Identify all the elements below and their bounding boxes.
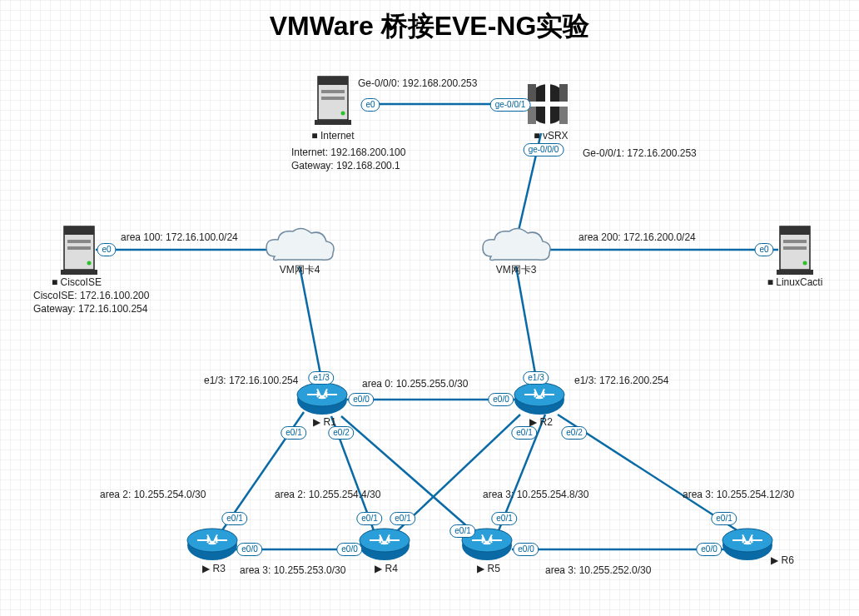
node-vmnic4-label: VM网卡4: [275, 263, 325, 277]
text-ciscoise-gw: Gateway: 172.16.100.254: [33, 303, 147, 315]
text-area0: area 0: 10.255.255.0/30: [362, 378, 468, 390]
svg-line-21: [516, 266, 537, 383]
node-r3-icon[interactable]: [187, 529, 237, 560]
text-r2-e13: e1/3: 172.16.200.254: [574, 375, 668, 386]
node-r4-icon[interactable]: [360, 529, 410, 560]
text-internet-gw: Gateway: 192.168.200.1: [291, 160, 400, 171]
if-r2-e13: e1/3: [523, 371, 549, 385]
if-r1-e00: e0/0: [348, 393, 374, 406]
node-r6-label: ▶ R6: [766, 554, 799, 566]
if-r1-e02: e0/2: [328, 426, 354, 440]
node-r6-icon[interactable]: [722, 529, 772, 560]
if-internet-e0: e0: [360, 98, 380, 112]
text-area3a: area 3: 10.255.254.8/30: [483, 489, 588, 500]
node-ciscoise-label: ■ CiscoISE: [52, 276, 102, 288]
diagram-title: VMWare 桥接EVE-NG实验: [0, 8, 859, 45]
if-r1-e01: e0/1: [281, 426, 306, 440]
if-r6-e00: e0/0: [696, 543, 722, 556]
if-ciscoise-e0: e0: [97, 243, 116, 256]
node-r4-label: ▶ R4: [370, 563, 403, 574]
if-r2-e01: e0/1: [511, 426, 537, 440]
text-area2a: area 2: 10.255.254.0/30: [100, 489, 206, 500]
node-vsrx-label: ■ vSRX: [526, 130, 576, 142]
if-linuxcacti-e0: e0: [754, 243, 773, 256]
node-internet-label: ■ Internet: [308, 130, 358, 142]
node-linuxcacti-label: ■ LinuxCacti: [757, 276, 832, 288]
node-internet-icon[interactable]: [315, 77, 351, 125]
text-area2b: area 2: 10.255.254.4/30: [275, 489, 380, 500]
text-area3b: area 3: 10.255.254.12/30: [683, 489, 794, 500]
text-ge000: Ge-0/0/0: 192.168.200.253: [358, 77, 477, 89]
if-vsrx-ge001: ge-0/0/1: [490, 98, 531, 112]
text-r1-e13: e1/3: 172.16.100.254: [204, 375, 298, 386]
text-area100: area 100: 172.16.100.0/24: [121, 231, 238, 243]
svg-line-20: [300, 266, 322, 383]
node-vmnic3-label: VM网卡3: [491, 263, 541, 277]
if-r3-e00: e0/0: [236, 543, 262, 556]
node-vsrx-icon[interactable]: [528, 84, 568, 124]
text-area200: area 200: 172.16.200.0/24: [578, 231, 696, 243]
text-internet-ip: Internet: 192.168.200.100: [291, 147, 405, 158]
text-ge001: Ge-0/0/1: 172.16.200.253: [583, 147, 697, 159]
if-r4-e00: e0/0: [336, 543, 362, 556]
if-r6-e01: e0/1: [711, 512, 737, 525]
if-r4-e01a: e0/1: [356, 512, 382, 525]
if-r5-e01a: e0/1: [449, 524, 475, 538]
if-vsrx-ge000: ge-0/0/0: [524, 143, 564, 156]
node-r5-label: ▶ R5: [472, 563, 505, 574]
if-r5-e01b: e0/1: [491, 512, 517, 525]
if-r2-e00: e0/0: [488, 393, 514, 406]
if-r5-e00: e0/0: [513, 543, 539, 556]
node-vmnic3-icon[interactable]: [483, 228, 550, 260]
text-area3d: area 3: 10.255.252.0/30: [545, 564, 651, 576]
if-r2-e02: e0/2: [561, 426, 587, 440]
node-vmnic4-icon[interactable]: [266, 228, 334, 260]
node-r2-icon[interactable]: [514, 383, 564, 415]
if-r3-e01: e0/1: [221, 512, 247, 525]
node-linuxcacti-icon[interactable]: [777, 226, 813, 275]
node-r1-icon[interactable]: [297, 383, 347, 415]
if-r1-e13: e1/3: [308, 371, 334, 385]
text-ciscoise-ip: CiscoISE: 172.16.100.200: [33, 290, 149, 301]
if-r4-e01b: e0/1: [390, 512, 415, 525]
node-ciscoise-icon[interactable]: [61, 226, 97, 275]
text-area3c: area 3: 10.255.253.0/30: [240, 564, 345, 576]
node-r3-label: ▶ R3: [197, 563, 231, 574]
